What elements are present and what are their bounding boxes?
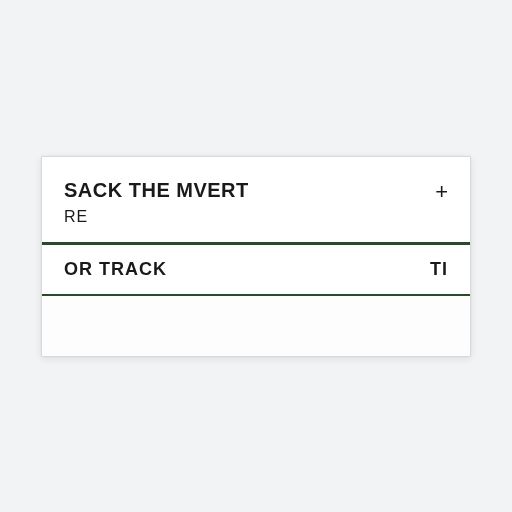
row-label: OR TRACK — [64, 259, 167, 280]
header-text-block: SACK THE MVERT RE — [64, 179, 249, 226]
row-trailing: TI — [430, 259, 448, 280]
card-body-spacer — [42, 296, 470, 356]
header-title-line2: RE — [64, 208, 249, 226]
header-title-line1: SACK THE MVERT — [64, 179, 249, 202]
track-row[interactable]: OR TRACK TI — [42, 245, 470, 294]
plus-icon[interactable]: + — [435, 179, 448, 203]
card-header: SACK THE MVERT RE + — [42, 157, 470, 242]
card: SACK THE MVERT RE + OR TRACK TI — [41, 156, 471, 357]
